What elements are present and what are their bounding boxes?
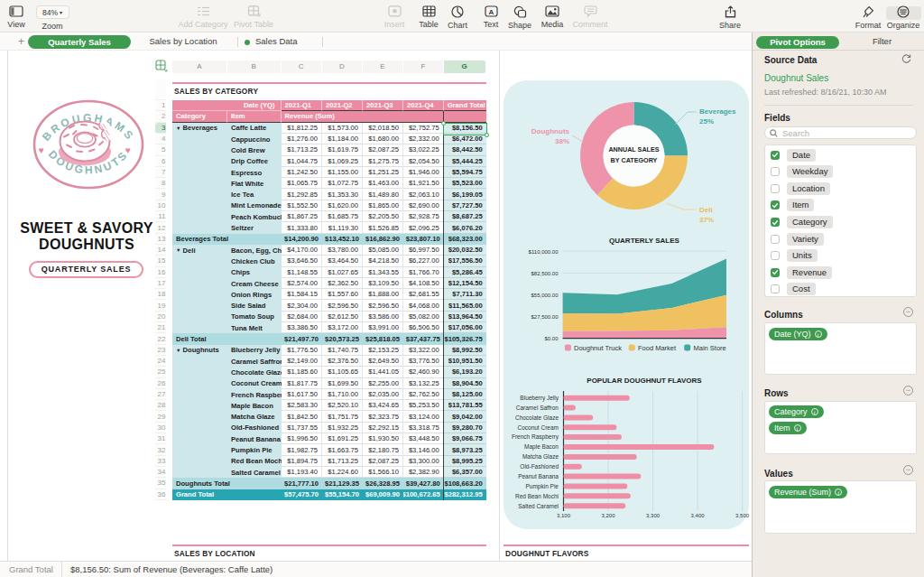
svg-text:Pumpkin Pie: Pumpkin Pie (526, 483, 559, 490)
svg-text:Matcha Glaze: Matcha Glaze (522, 453, 559, 460)
svg-text:25%: 25% (699, 117, 714, 126)
svg-text:Doughnut Truck: Doughnut Truck (574, 344, 622, 352)
svg-text:Salted Caramel: Salted Caramel (518, 503, 559, 509)
svg-text:Maple Bacon: Maple Bacon (524, 443, 559, 451)
svg-text:37%: 37% (699, 216, 714, 224)
svg-text:ANNUAL SALES: ANNUAL SALES (608, 145, 659, 154)
svg-text:Chocolate Glaze: Chocolate Glaze (515, 414, 559, 421)
svg-text:$0.00: $0.00 (544, 336, 559, 341)
svg-text:$110,000.00: $110,000.00 (529, 249, 559, 255)
svg-text:Peanut Banana: Peanut Banana (518, 473, 559, 479)
svg-text:3,300: 3,300 (646, 513, 661, 518)
svg-text:Coconut Cream: Coconut Cream (517, 424, 559, 431)
svg-text:$82,500.00: $82,500.00 (531, 271, 559, 276)
svg-text:3,400: 3,400 (691, 513, 706, 518)
svg-text:Blueberry Jelly: Blueberry Jelly (520, 395, 559, 402)
svg-text:French Raspberry: French Raspberry (512, 433, 559, 441)
svg-text:3,100: 3,100 (557, 513, 571, 518)
svg-text:Caramel Saffron: Caramel Saffron (516, 405, 559, 411)
svg-text:Main Store: Main Store (694, 344, 726, 352)
svg-text:Old-Fashioned: Old-Fashioned (520, 463, 559, 470)
svg-text:Food Market: Food Market (638, 344, 677, 352)
svg-text:38%: 38% (555, 137, 569, 145)
svg-text:BY CATEGORY: BY CATEGORY (611, 156, 658, 164)
svg-text:♥: ♥ (125, 144, 131, 155)
svg-text:♥: ♥ (39, 144, 44, 155)
svg-text:$27,500.00: $27,500.00 (531, 314, 559, 320)
svg-text:3,200: 3,200 (601, 513, 615, 518)
svg-text:Deli: Deli (699, 206, 713, 214)
svg-text:Red Bean Mochi: Red Bean Mochi (515, 493, 559, 499)
svg-text:3,500: 3,500 (735, 513, 750, 518)
svg-text:Beverages: Beverages (699, 107, 736, 116)
svg-text:Doughnuts: Doughnuts (531, 127, 570, 135)
svg-text:$55,000.00: $55,000.00 (531, 293, 559, 298)
